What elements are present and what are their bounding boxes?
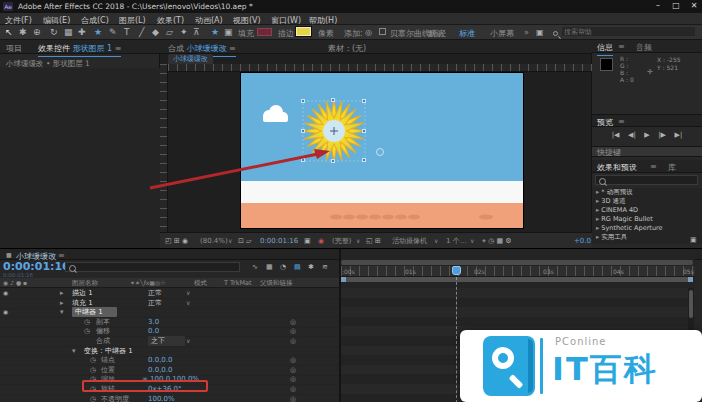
selection-handle[interactable]: [362, 99, 366, 103]
time-ruler[interactable]: :00s 01s 02s 03s 04s 05s: [341, 266, 695, 277]
selection-handle[interactable]: [331, 159, 335, 163]
star-option-icon[interactable]: ★: [211, 27, 219, 37]
viewer-timecode[interactable]: 0:00:01:16: [260, 233, 298, 249]
property-value[interactable]: 3.0: [148, 317, 159, 327]
eye-icon[interactable]: ◉: [3, 307, 8, 317]
workspace-standard[interactable]: 标准: [459, 28, 475, 39]
add-target-icon[interactable]: ◎: [365, 28, 372, 37]
dropdown-caret-icon[interactable]: ∨: [186, 288, 190, 298]
selection-handle[interactable]: [362, 158, 366, 162]
selection-handle[interactable]: [331, 98, 335, 102]
stopwatch-icon[interactable]: ◷: [90, 365, 96, 375]
layer-name-column[interactable]: 图层名称: [72, 278, 98, 288]
view-layout-value[interactable]: 1 个…: [446, 233, 467, 249]
composition-canvas[interactable]: [241, 73, 523, 228]
effects-list-item[interactable]: ▸ * 动画预设: [592, 188, 702, 197]
twirl-icon[interactable]: ▸: [596, 197, 599, 205]
tab-info[interactable]: 信息: [597, 42, 613, 56]
viewer-subtab[interactable]: 小球缓缓改: [168, 54, 213, 64]
effects-list-item[interactable]: ▸ CINEMA 4D: [592, 206, 702, 215]
row-label[interactable]: 变换：中继器 1: [84, 346, 133, 356]
resolution-value[interactable]: (完整): [332, 233, 351, 249]
tab-preview[interactable]: 预览: [597, 117, 613, 128]
work-area-bar[interactable]: [341, 277, 693, 282]
pickwhip-icon[interactable]: ◎: [290, 326, 296, 336]
twirl-icon[interactable]: ▸: [596, 188, 599, 196]
row-label[interactable]: 描边 1: [72, 288, 93, 298]
twirl-icon[interactable]: ▾: [60, 307, 64, 317]
eye-icon[interactable]: ◉: [3, 288, 8, 298]
effects-menu-icon[interactable]: ≡: [650, 162, 657, 171]
tab-effects-presets[interactable]: 效果和预设: [597, 162, 637, 176]
hand-tool[interactable]: ✱: [19, 27, 27, 37]
tab-audio[interactable]: 音频: [636, 42, 652, 53]
snapshot-icon[interactable]: ▣: [304, 233, 311, 249]
twirl-icon[interactable]: ▸: [596, 206, 599, 214]
pickwhip-icon[interactable]: ◎: [290, 394, 296, 402]
playhead-marker[interactable]: [452, 266, 461, 275]
pickwhip-icon[interactable]: ◎: [290, 355, 296, 365]
composite-dropdown[interactable]: 之下: [148, 336, 185, 346]
trkmat-column[interactable]: T TrkMat: [224, 278, 252, 288]
blend-mode-dropdown[interactable]: 正常: [148, 298, 162, 308]
new-preset-icon[interactable]: ▣: [690, 236, 697, 244]
scrollbar-thumb[interactable]: [689, 290, 693, 318]
tab-footage[interactable]: 素材：(无): [328, 43, 366, 54]
draft-3d-icon[interactable]: ▦: [266, 263, 273, 271]
magnification-caret-icon[interactable]: ∨: [228, 233, 232, 249]
selection-tool[interactable]: ↖: [5, 27, 13, 37]
pickwhip-icon[interactable]: ◎: [290, 336, 296, 346]
parent-link-column[interactable]: 父级和链接: [260, 278, 293, 288]
selection-handle[interactable]: [301, 129, 305, 133]
selection-handle[interactable]: [301, 99, 305, 103]
workspace-small-screen[interactable]: 小屏幕: [490, 28, 514, 39]
twirl-icon[interactable]: ▸: [60, 298, 64, 308]
tab-project[interactable]: 项目: [6, 43, 22, 54]
blend-mode-dropdown[interactable]: 正常: [148, 288, 162, 298]
stroke-label[interactable]: 描边: [278, 28, 294, 39]
dropdown-caret-icon[interactable]: ∨: [186, 336, 190, 346]
exposure-value[interactable]: +0.0: [574, 233, 591, 249]
close-button[interactable]: ✕: [686, 1, 702, 10]
type-tool[interactable]: T: [124, 27, 130, 37]
row-label-selected[interactable]: 中继器 1: [72, 307, 117, 317]
twirl-icon[interactable]: ▸: [60, 288, 64, 298]
motion-blur-icon[interactable]: ✱: [308, 263, 314, 271]
preview-menu-icon[interactable]: ≡: [618, 117, 625, 126]
active-camera-value[interactable]: 活动摄像机: [392, 233, 427, 249]
frame-blend-icon[interactable]: ▤: [294, 263, 301, 271]
views-caret-icon[interactable]: ∨: [470, 233, 474, 249]
effects-list-item[interactable]: ▸ Synthetic Aperture: [592, 224, 702, 233]
fill-swatch[interactable]: [257, 28, 272, 36]
next-frame-button[interactable]: |▶: [658, 131, 666, 139]
row-label[interactable]: 填充 1: [72, 298, 93, 308]
vertical-ruler[interactable]: [160, 64, 168, 232]
twirl-icon[interactable]: ▸: [596, 233, 599, 241]
previous-frame-button[interactable]: ◀|: [628, 131, 636, 139]
puppet-pin-tool[interactable]: ⊼: [193, 27, 200, 37]
twirl-icon[interactable]: ▾: [72, 346, 76, 356]
always-preview-icon[interactable]: ◰ ⊞ ◉: [165, 233, 188, 249]
pan-behind-tool[interactable]: ✚: [78, 27, 86, 37]
grid-guides-icon[interactable]: ⊡ ▱: [238, 233, 251, 249]
pixel-aspect-icons[interactable]: ⌖ ◷ ▦ ⚙: [482, 233, 512, 249]
eraser-tool[interactable]: ▱: [166, 27, 173, 37]
property-value[interactable]: 100.0%: [148, 394, 175, 402]
timeline-menu-icon[interactable]: ≡: [58, 251, 65, 260]
dropdown-caret-icon[interactable]: ∨: [186, 298, 190, 308]
work-area-start-handle[interactable]: [341, 277, 346, 282]
maximize-button[interactable]: □: [668, 1, 684, 10]
stroke-swatch[interactable]: [296, 27, 311, 36]
camera-caret-icon[interactable]: ∨: [434, 233, 438, 249]
clone-stamp-tool[interactable]: ◆: [152, 27, 159, 37]
graph-editor-icon[interactable]: ≋: [322, 263, 328, 271]
twirl-icon[interactable]: ▸: [596, 215, 599, 223]
pickwhip-icon[interactable]: ◎: [290, 317, 296, 327]
brush-tool[interactable]: ╱: [139, 27, 144, 37]
selection-handle[interactable]: [301, 158, 305, 162]
viewer-menu-icon[interactable]: ≡: [229, 44, 236, 53]
tab-effect-controls[interactable]: 效果控件 形状图层 1 ≡: [38, 43, 121, 57]
help-search-input[interactable]: [562, 27, 695, 36]
time-navigator-bar[interactable]: [341, 260, 693, 265]
twirl-icon[interactable]: ▸: [596, 224, 599, 232]
